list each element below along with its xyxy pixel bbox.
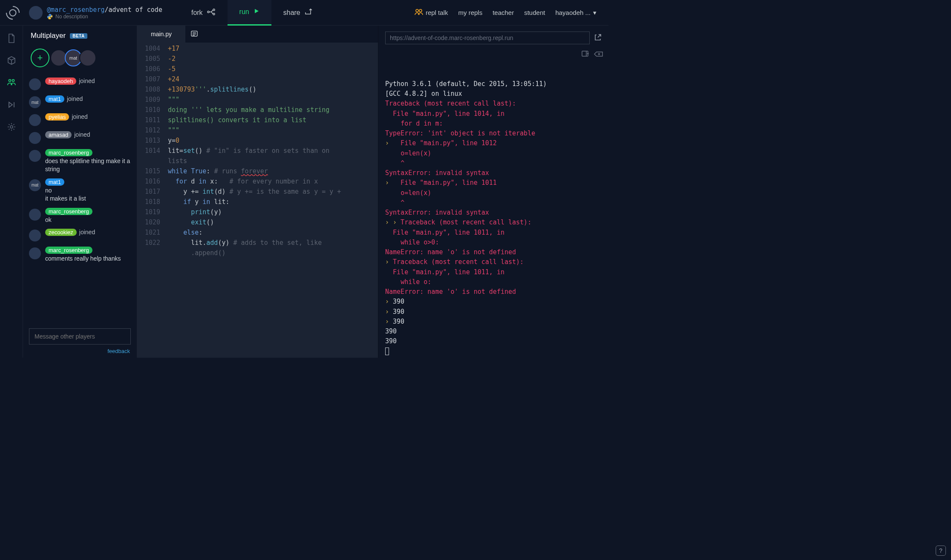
- line-number: 1011: [137, 115, 168, 125]
- code-line[interactable]: 1016 for d in x: # for every number in x: [137, 176, 378, 187]
- code-line[interactable]: 1020 exit(): [137, 217, 378, 227]
- joined-label: joined: [79, 78, 95, 84]
- share-button[interactable]: share: [271, 0, 324, 26]
- run-url-input[interactable]: [385, 32, 590, 44]
- code-editor[interactable]: 1004+171005-21006-51007+241008+130793'''…: [137, 43, 378, 358]
- joined-label: joined: [79, 229, 95, 235]
- code-content[interactable]: lists: [168, 156, 187, 166]
- fork-button[interactable]: fork: [179, 0, 228, 26]
- code-line[interactable]: 1022 lit.add(y) # adds to the set, like: [137, 238, 378, 248]
- terminal-line: File "main.py", line 1011, in: [385, 228, 602, 238]
- user-pill[interactable]: zecookiez: [45, 229, 77, 236]
- add-player-button[interactable]: +: [31, 49, 49, 67]
- code-content[interactable]: +17: [168, 43, 179, 54]
- chat-avatar: [29, 150, 41, 162]
- chat-avatar: mat: [29, 96, 41, 108]
- beta-badge: BETA: [70, 33, 87, 39]
- code-content[interactable]: +130793'''.splitlines(): [168, 84, 256, 95]
- my-repls-link[interactable]: my repls: [458, 9, 482, 16]
- code-line[interactable]: 1017 y += int(d) # y += is the same as y…: [137, 187, 378, 197]
- code-content[interactable]: splitlines() converts it into a list: [168, 115, 306, 125]
- open-external-icon[interactable]: [594, 34, 602, 43]
- code-content[interactable]: if y in lit:: [168, 197, 230, 207]
- packages-icon[interactable]: [6, 55, 17, 66]
- files-icon[interactable]: [6, 33, 17, 43]
- chat-feed[interactable]: hayaodehjoinedmatmat1joinedpyeliasjoined…: [23, 73, 137, 324]
- code-content[interactable]: .append(): [168, 248, 225, 258]
- user-pill[interactable]: pyelias: [45, 113, 69, 121]
- debugger-icon[interactable]: [6, 100, 17, 110]
- file-menu-icon[interactable]: [185, 30, 203, 38]
- student-link[interactable]: student: [524, 9, 545, 16]
- code-content[interactable]: """: [168, 95, 179, 105]
- project-info: @marc_rosenberg/advent of code No descri…: [26, 6, 162, 20]
- code-line[interactable]: 1004+17: [137, 43, 378, 54]
- line-number: 1015: [137, 166, 168, 176]
- user-pill[interactable]: mat1: [45, 178, 64, 186]
- terminal-clear-icon[interactable]: [594, 50, 603, 60]
- teacher-link[interactable]: teacher: [493, 9, 514, 16]
- terminal-output[interactable]: Python 3.6.1 (default, Dec 2015, 13:05:1…: [378, 47, 608, 358]
- terminal-popout-icon[interactable]: [581, 50, 589, 60]
- code-content[interactable]: -5: [168, 64, 176, 74]
- terminal-line: File "main.py", line 1011, in: [385, 267, 602, 277]
- user-pill[interactable]: marc_rosenberg: [45, 208, 92, 215]
- code-line[interactable]: 1021 else:: [137, 227, 378, 238]
- code-line[interactable]: 1006-5: [137, 64, 378, 74]
- user-pill[interactable]: amasad: [45, 131, 72, 138]
- code-line[interactable]: 1015while True: # runs forever: [137, 166, 378, 176]
- chat-avatar: [29, 230, 41, 241]
- code-content[interactable]: else:: [168, 227, 202, 238]
- code-line[interactable]: 1009""": [137, 95, 378, 105]
- code-line[interactable]: .append(): [137, 248, 378, 258]
- code-content[interactable]: y += int(d) # y += is the same as y = y …: [168, 187, 341, 197]
- file-tab[interactable]: main.py: [137, 26, 185, 43]
- settings-icon[interactable]: [6, 122, 17, 132]
- chat-avatar: [29, 132, 41, 144]
- code-line[interactable]: 1007+24: [137, 74, 378, 84]
- owner-avatar[interactable]: [29, 6, 43, 20]
- code-content[interactable]: -2: [168, 54, 176, 64]
- code-line[interactable]: 1008+130793'''.splitlines(): [137, 84, 378, 95]
- code-line[interactable]: 1005-2: [137, 54, 378, 64]
- user-menu[interactable]: hayaodeh ... ▾: [555, 9, 597, 17]
- user-pill[interactable]: hayaodeh: [45, 78, 76, 85]
- code-line[interactable]: 1014lit=set() # "in" is faster on sets t…: [137, 146, 378, 156]
- code-content[interactable]: lit.add(y) # adds to the set, like: [168, 238, 322, 248]
- code-content[interactable]: while True: # runs forever: [168, 166, 268, 176]
- code-content[interactable]: print(y): [168, 207, 222, 217]
- people-icon: [415, 9, 423, 17]
- feedback-link[interactable]: feedback: [23, 347, 137, 358]
- terminal-line: TypeError: 'int' object is not iterable: [385, 129, 602, 138]
- svg-point-1: [207, 11, 209, 13]
- svg-point-0: [10, 9, 16, 16]
- repl-talk-link[interactable]: repl talk: [415, 9, 448, 17]
- code-line[interactable]: 1018 if y in lit:: [137, 197, 378, 207]
- code-line[interactable]: 1012""": [137, 125, 378, 135]
- code-content[interactable]: +24: [168, 74, 179, 84]
- line-number: 1004: [137, 43, 168, 54]
- code-content[interactable]: """: [168, 125, 179, 135]
- code-content[interactable]: exit(): [168, 217, 214, 227]
- code-content[interactable]: y=0: [168, 135, 179, 146]
- code-content[interactable]: for d in x: # for every number in x: [168, 176, 318, 187]
- top-bar: @marc_rosenberg/advent of code No descri…: [0, 0, 608, 26]
- run-button[interactable]: run: [228, 0, 271, 26]
- logo-icon[interactable]: [0, 5, 26, 20]
- code-content[interactable]: doing ''' lets you make a multiline stri…: [168, 105, 329, 115]
- code-line[interactable]: lists: [137, 156, 378, 166]
- chat-input[interactable]: [29, 328, 131, 345]
- user-pill[interactable]: marc_rosenberg: [45, 149, 92, 156]
- code-content[interactable]: lit=set() # "in" is faster on sets than …: [168, 146, 329, 156]
- presence-avatar[interactable]: [79, 49, 96, 66]
- code-line[interactable]: 1013y=0: [137, 135, 378, 146]
- user-pill[interactable]: mat1: [45, 95, 64, 103]
- code-line[interactable]: 1011splitlines() converts it into a list: [137, 115, 378, 125]
- user-pill[interactable]: marc_rosenberg: [45, 247, 92, 254]
- project-title[interactable]: @marc_rosenberg/advent of code: [47, 6, 162, 14]
- code-line[interactable]: 1019 print(y): [137, 207, 378, 217]
- multiplayer-icon[interactable]: [6, 78, 17, 88]
- code-line[interactable]: 1010doing ''' lets you make a multiline …: [137, 105, 378, 115]
- owner-handle[interactable]: @marc_rosenberg: [47, 6, 104, 14]
- joined-label: joined: [74, 131, 90, 138]
